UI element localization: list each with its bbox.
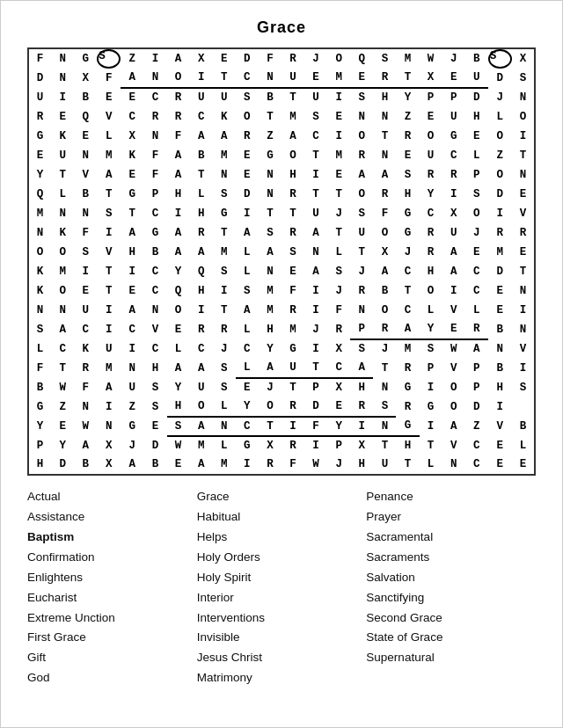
grid-cell: T — [213, 223, 236, 243]
grid-cell: H — [190, 204, 213, 223]
grid-cell: I — [420, 417, 442, 436]
grid-cell: O — [282, 146, 304, 165]
grid-cell: A — [259, 359, 282, 378]
grid-cell: I — [327, 88, 350, 107]
grid-cell: F — [373, 204, 396, 223]
grid-cell: D — [488, 262, 512, 281]
grid-cell: S — [143, 397, 166, 417]
grid-cell: F — [74, 223, 97, 243]
grid-cell: R — [74, 359, 97, 378]
grid-cell: M — [396, 48, 419, 69]
grid-cell: F — [97, 69, 121, 88]
grid-cell: J — [488, 88, 512, 107]
grid-cell: N — [373, 378, 396, 397]
grid-cell: W — [74, 417, 97, 436]
grid-cell: A — [236, 223, 259, 243]
grid-cell: B — [373, 281, 396, 301]
grid-cell: I — [442, 281, 465, 301]
grid-cell: I — [121, 262, 143, 281]
grid-cell: U — [350, 223, 373, 243]
grid-cell: T — [213, 69, 236, 88]
grid-cell: E — [512, 185, 535, 204]
grid-cell: E — [28, 146, 51, 165]
grid-cell: N — [259, 185, 282, 204]
grid-cell: L — [236, 320, 259, 339]
grid-cell: I — [97, 223, 121, 243]
grid-cell: B — [143, 243, 166, 262]
grid-cell: B — [259, 88, 282, 107]
grid-cell: O — [442, 397, 465, 417]
grid-cell: I — [97, 397, 121, 417]
grid-cell: S — [167, 417, 190, 436]
grid-cell: E — [350, 69, 373, 88]
grid-cell: G — [420, 397, 442, 417]
grid-cell: M — [488, 243, 512, 262]
grid-cell: J — [465, 223, 488, 243]
grid-cell: R — [396, 397, 419, 417]
grid-cell: R — [190, 320, 213, 339]
grid-cell: T — [97, 281, 121, 301]
grid-cell: O — [442, 378, 465, 397]
grid-cell: D — [465, 88, 488, 107]
grid-cell: T — [51, 165, 74, 185]
grid-cell: J — [350, 262, 373, 281]
grid-cell: E — [488, 301, 512, 320]
grid-cell: A — [121, 223, 143, 243]
grid-cell: K — [121, 146, 143, 165]
grid-cell: T — [373, 127, 396, 146]
grid-cell: D — [465, 397, 488, 417]
word-item: Extreme Unction — [27, 609, 197, 628]
grid-cell: M — [259, 301, 282, 320]
word-column-2: GraceHabitualHelpsHoly OrdersHoly Spirit… — [197, 488, 367, 688]
grid-cell: N — [350, 301, 373, 320]
grid-cell: L — [512, 436, 535, 455]
grid-cell: H — [143, 359, 166, 378]
grid-cell: G — [28, 127, 51, 146]
grid-cell: G — [121, 417, 143, 436]
grid-cell: J — [373, 339, 396, 359]
grid-cell: N — [51, 69, 74, 88]
grid-cell: Z — [465, 417, 488, 436]
grid-cell: L — [167, 339, 190, 359]
grid-cell: U — [74, 301, 97, 320]
page-title: Grace — [27, 18, 536, 37]
word-item: Supernatural — [366, 649, 536, 667]
grid-cell: J — [327, 281, 350, 301]
grid-cell: E — [74, 281, 97, 301]
grid-cell: Y — [259, 339, 282, 359]
grid-cell: H — [190, 281, 213, 301]
grid-cell: L — [28, 339, 51, 359]
grid-cell: R — [190, 223, 213, 243]
grid-cell: V — [143, 320, 166, 339]
grid-cell: E — [327, 397, 350, 417]
grid-cell: K — [51, 127, 74, 146]
grid-cell: O — [236, 107, 259, 127]
grid-cell: E — [143, 417, 166, 436]
grid-cell: E — [304, 69, 327, 88]
grid-cell: O — [465, 204, 488, 223]
grid-cell: R — [373, 185, 396, 204]
grid-cell: M — [282, 107, 304, 127]
grid-cell: L — [51, 185, 74, 204]
grid-cell: N — [259, 69, 282, 88]
grid-cell: P — [28, 436, 51, 455]
grid-cell: I — [167, 204, 190, 223]
grid-cell: I — [190, 69, 213, 88]
grid-cell: L — [97, 127, 121, 146]
grid-cell: A — [167, 165, 190, 185]
grid-cell: V — [488, 417, 512, 436]
grid-cell: Q — [190, 262, 213, 281]
grid-cell: H — [465, 107, 488, 127]
grid-cell: G — [396, 223, 419, 243]
grid-cell: I — [213, 281, 236, 301]
grid-cell: N — [51, 301, 74, 320]
grid-cell: A — [190, 243, 213, 262]
grid-cell: T — [51, 359, 74, 378]
grid-cell: F — [327, 301, 350, 320]
grid-cell: R — [282, 185, 304, 204]
word-item: Invisible — [197, 629, 367, 647]
grid-cell: C — [190, 107, 213, 127]
grid-cell: X — [373, 243, 396, 262]
grid-cell: A — [190, 455, 213, 475]
word-item: Enlightens — [27, 569, 197, 587]
